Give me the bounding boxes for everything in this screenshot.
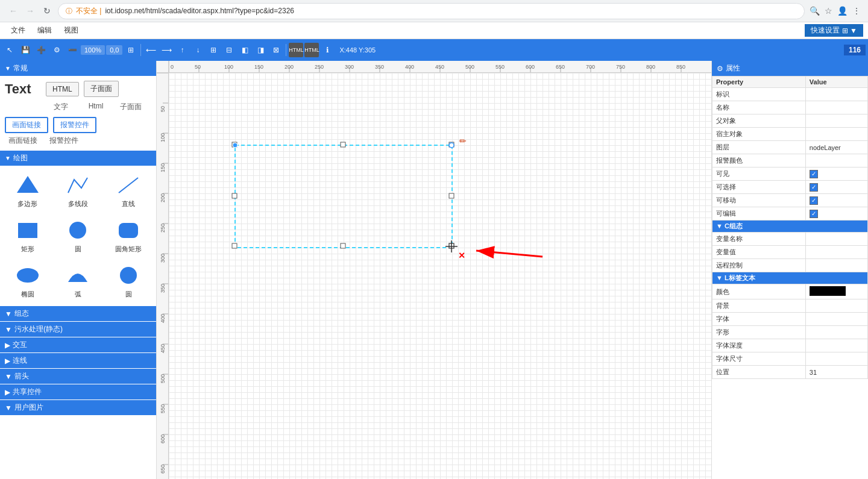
properties-title: 属性 xyxy=(726,63,740,74)
line-item[interactable]: 直线 xyxy=(105,171,151,211)
checkbox-kexuanze[interactable] xyxy=(810,183,818,192)
quick-settings-button[interactable]: 快速设置 ⊞ ▼ xyxy=(805,24,863,37)
svg-text:100: 100 xyxy=(160,133,166,142)
html-btn[interactable]: HTML xyxy=(289,43,303,57)
prop-name-yuancheng: 远程控制 xyxy=(712,259,806,272)
prop-value-bianliang-mingcheng[interactable] xyxy=(805,233,867,246)
color-swatch-black[interactable] xyxy=(810,286,846,296)
section-wushui[interactable]: ▼ 污水处理(静态) xyxy=(0,322,156,337)
grid-button[interactable]: ⊞ xyxy=(124,43,138,57)
info-btn[interactable]: ℹ xyxy=(320,43,335,57)
main-layout: ▼ 常规 Text HTML 子面面 文字 Html 子面面 画面链接 报警控件… xyxy=(0,61,868,479)
prop-value-biaozhi[interactable] xyxy=(805,88,867,101)
prop-value-fudxiang[interactable] xyxy=(805,114,867,128)
html2-btn[interactable]: HTML xyxy=(304,43,319,57)
add-button[interactable]: ➕ xyxy=(34,43,48,57)
polygon-icon xyxy=(13,173,42,197)
tool-5[interactable]: ⊞ xyxy=(206,43,221,57)
baojing-kongzhi-button[interactable]: 报警控件 xyxy=(53,117,96,133)
menu-icon[interactable]: ⋮ xyxy=(852,6,861,16)
bookmark-icon[interactable]: ☆ xyxy=(825,6,832,16)
rect-item[interactable]: 矩形 xyxy=(5,216,51,256)
canvas-area[interactable]: 0 50 100 150 200 250 300 350 400 450 xyxy=(157,61,711,479)
prop-value-zixing[interactable] xyxy=(805,326,867,339)
url-prefix: 不安全 | xyxy=(76,6,101,16)
circle-item[interactable]: 圆 xyxy=(55,216,101,256)
prop-value-yanse[interactable] xyxy=(805,284,867,299)
tool-9[interactable]: ⊠ xyxy=(269,43,283,57)
menu-view[interactable]: 视图 xyxy=(58,23,84,38)
huamian-lianjie-button[interactable]: 画面链接 xyxy=(5,117,48,133)
prop-value-keyidong[interactable] xyxy=(805,194,867,207)
filled-circle-item[interactable]: 圆 xyxy=(105,261,151,301)
reload-button[interactable]: ↻ xyxy=(41,5,53,17)
prop-value-ziti[interactable] xyxy=(805,313,867,326)
search-icon[interactable]: 🔍 xyxy=(810,6,820,16)
zijianmian-item-button[interactable]: 子面面 xyxy=(84,81,119,97)
prop-row-weizhi: 位置 31 xyxy=(712,366,868,379)
grid-canvas[interactable]: ✏ ✕ xyxy=(169,73,711,479)
section-jiantou[interactable]: ▼ 箭头 xyxy=(0,369,156,384)
ellipse-item[interactable]: 椭圆 xyxy=(5,261,51,301)
arc-item[interactable]: 弧 xyxy=(55,261,101,301)
svg-text:200: 200 xyxy=(160,193,166,202)
prop-value-ziti-shende[interactable] xyxy=(805,339,867,352)
tool-4[interactable]: ↓ xyxy=(190,43,205,57)
menu-edit[interactable]: 编辑 xyxy=(31,23,58,38)
section-yonghu[interactable]: ▼ 用户图片 xyxy=(0,400,156,415)
jiaohu-arrow-icon: ▶ xyxy=(5,341,10,349)
tool-2[interactable]: ⟶ xyxy=(159,43,174,57)
checkbox-kebianjie[interactable] xyxy=(810,210,818,218)
handle-lm xyxy=(232,193,237,198)
section-lianjie[interactable]: ▶ 连线 xyxy=(0,353,156,368)
address-bar[interactable]: ⓘ 不安全 | iot.idosp.net/html/scada/editor.… xyxy=(58,3,805,19)
round-rect-icon xyxy=(114,218,143,242)
tool-7[interactable]: ◧ xyxy=(237,43,252,57)
properties-icon: ⚙ xyxy=(717,64,723,73)
svg-rect-4 xyxy=(119,223,138,238)
prop-value-mingcheng[interactable] xyxy=(805,101,867,114)
prop-value-suzhu[interactable] xyxy=(805,128,867,141)
checkbox-keyidong[interactable] xyxy=(810,196,818,205)
prop-value-yuancheng[interactable] xyxy=(805,259,867,272)
section-drawing-header[interactable]: ▼ 绘图 xyxy=(0,151,156,166)
save-button[interactable]: 💾 xyxy=(18,43,33,57)
section-zuhe[interactable]: ▼ 组态 xyxy=(0,306,156,321)
polyline-item[interactable]: 多线段 xyxy=(55,171,101,211)
tool-8[interactable]: ◨ xyxy=(253,43,268,57)
select-tool-button[interactable]: ↖ xyxy=(2,43,17,57)
section-common-header[interactable]: ▼ 常规 xyxy=(0,61,156,76)
prop-value-tuceng[interactable]: nodeLayer xyxy=(805,141,867,154)
html-item-button[interactable]: HTML xyxy=(46,82,79,96)
prop-value-bianliang-zhi[interactable] xyxy=(805,246,867,259)
toolbar-wrapper: ↖ 💾 ➕ ⚙ ➖ 100% 0,0 ⊞ ⟵ ⟶ ↑ ↓ ⊞ ⊟ ◧ ◨ ⊠ H… xyxy=(0,39,868,61)
tool-6[interactable]: ⊟ xyxy=(222,43,236,57)
svg-text:550: 550 xyxy=(160,404,166,413)
prop-value-baojing[interactable] xyxy=(805,154,867,167)
prop-value-kexuanze[interactable] xyxy=(805,181,867,194)
checkbox-kejian[interactable] xyxy=(810,170,818,178)
tool-3[interactable]: ↑ xyxy=(175,43,189,57)
menu-file[interactable]: 文件 xyxy=(5,23,31,38)
prop-row-tuceng: 图层 nodeLayer xyxy=(712,141,868,154)
polygon-item[interactable]: 多边形 xyxy=(5,171,51,211)
prop-value-ziti-chicun[interactable] xyxy=(805,352,867,366)
round-rect-item[interactable]: 圆角矩形 xyxy=(105,216,151,256)
settings-button[interactable]: ⚙ xyxy=(49,43,64,57)
gongxiang-arrow-icon: ▶ xyxy=(5,388,10,396)
back-button[interactable]: ← xyxy=(7,5,19,17)
prop-name-zixing: 字形 xyxy=(712,326,806,339)
toolbar-right: 116 xyxy=(844,45,866,55)
prop-value-beijing[interactable] xyxy=(805,299,867,313)
minus-button[interactable]: ➖ xyxy=(65,43,80,57)
circle-label: 圆 xyxy=(75,245,81,254)
prop-value-weizhi[interactable]: 31 xyxy=(805,366,867,379)
section-jiaohu[interactable]: ▶ 交互 xyxy=(0,337,156,352)
forward-button[interactable]: → xyxy=(24,5,36,17)
tool-1[interactable]: ⟵ xyxy=(143,43,158,57)
section-gongxiang[interactable]: ▶ 共享控件 xyxy=(0,384,156,399)
comp-labels-row: 画面链接 报警控件 xyxy=(5,136,151,146)
prop-value-kejian[interactable] xyxy=(805,167,867,181)
profile-icon[interactable]: 👤 xyxy=(837,6,848,16)
prop-value-kebianjie[interactable] xyxy=(805,207,867,221)
